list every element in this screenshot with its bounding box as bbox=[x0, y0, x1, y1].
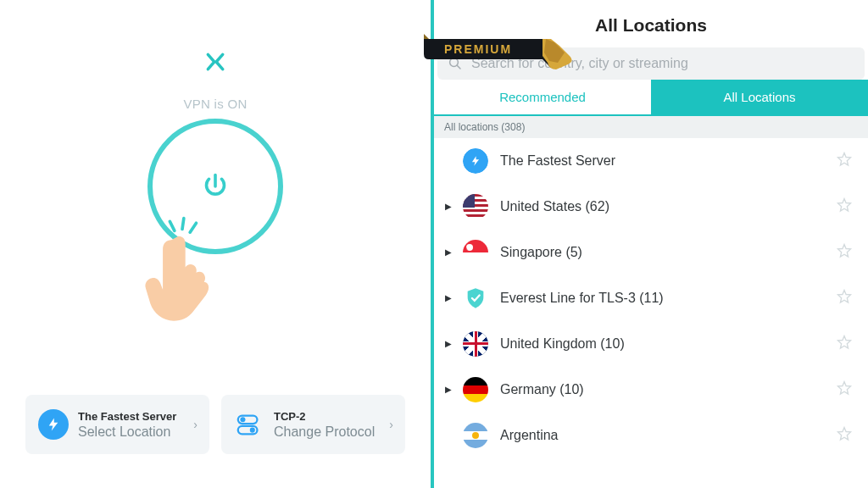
shield-icon bbox=[463, 286, 488, 311]
premium-badge: PREMIUM bbox=[424, 34, 573, 75]
vpn-status-text: VPN is ON bbox=[183, 97, 247, 111]
expand-caret[interactable]: ▶ bbox=[442, 247, 454, 257]
svg-line-0 bbox=[170, 221, 175, 230]
change-protocol-card[interactable]: TCP-2 Change Protocol › bbox=[221, 395, 405, 454]
bolt-icon bbox=[463, 148, 488, 174]
favorite-star-icon[interactable] bbox=[836, 334, 853, 354]
chevron-right-icon: › bbox=[193, 418, 198, 431]
svg-line-1 bbox=[182, 219, 184, 230]
bottom-cards: The Fastest Server Select Location › TCP… bbox=[25, 395, 405, 454]
vpn-main-panel: VPN is ON bbox=[0, 0, 431, 488]
favorite-star-icon[interactable] bbox=[836, 380, 853, 400]
favorite-star-icon[interactable] bbox=[836, 197, 853, 217]
chevron-right-icon: › bbox=[389, 418, 393, 431]
locations-panel: PREMIUM All Locations Recommended All Lo… bbox=[434, 0, 868, 488]
flag-icon-uk bbox=[463, 331, 488, 357]
svg-text:PREMIUM: PREMIUM bbox=[444, 42, 512, 56]
location-row[interactable]: ▶ Everest Line for TLS-3 (11) bbox=[434, 275, 868, 321]
flag-icon-sg bbox=[463, 240, 488, 265]
favorite-star-icon[interactable] bbox=[836, 425, 853, 446]
favorite-star-icon[interactable] bbox=[836, 288, 853, 308]
location-row[interactable]: The Fastest Server bbox=[434, 138, 868, 184]
location-row[interactable]: ▶ Singapore (5) bbox=[434, 230, 868, 275]
flag-icon-de bbox=[463, 377, 488, 402]
location-label: United States (62) bbox=[500, 199, 836, 214]
protocol-card-title: TCP-2 bbox=[274, 410, 381, 423]
select-location-card[interactable]: The Fastest Server Select Location › bbox=[25, 395, 209, 454]
expand-caret[interactable]: ▶ bbox=[442, 385, 454, 394]
expand-caret[interactable]: ▶ bbox=[442, 293, 454, 302]
location-label: Argentina bbox=[500, 428, 836, 443]
svg-point-6 bbox=[250, 428, 255, 433]
bolt-icon bbox=[37, 408, 70, 441]
power-icon bbox=[200, 171, 231, 202]
tab-recommended[interactable]: Recommended bbox=[434, 80, 651, 116]
app-logo bbox=[204, 51, 226, 73]
expand-caret[interactable]: ▶ bbox=[442, 339, 454, 348]
locations-count: All locations (308) bbox=[434, 116, 868, 138]
flag-icon-us bbox=[463, 194, 488, 219]
location-label: The Fastest Server bbox=[500, 153, 836, 169]
locations-list: The Fastest Server ▶ United States (62) … bbox=[434, 138, 868, 488]
location-tabs: Recommended All Locations bbox=[434, 80, 868, 116]
location-label: Singapore (5) bbox=[500, 245, 836, 260]
tab-all-locations[interactable]: All Locations bbox=[651, 80, 868, 116]
server-card-action: Select Location bbox=[78, 424, 185, 440]
location-row[interactable]: Argentina bbox=[434, 413, 868, 458]
location-row[interactable]: ▶ United States (62) bbox=[434, 184, 868, 230]
location-row[interactable]: ▶ Germany (10) bbox=[434, 367, 868, 413]
tap-hand-illustration bbox=[136, 216, 229, 326]
location-row[interactable]: ▶ United Kingdom (10) bbox=[434, 321, 868, 367]
location-label: Germany (10) bbox=[500, 382, 836, 397]
svg-point-4 bbox=[240, 417, 245, 422]
favorite-star-icon[interactable] bbox=[836, 242, 853, 263]
protocol-card-action: Change Protocol bbox=[274, 424, 381, 440]
location-label: Everest Line for TLS-3 (11) bbox=[500, 291, 836, 306]
server-card-title: The Fastest Server bbox=[78, 410, 185, 423]
expand-caret[interactable]: ▶ bbox=[442, 202, 454, 211]
location-label: United Kingdom (10) bbox=[500, 336, 836, 352]
flag-icon-ar bbox=[463, 423, 488, 448]
protocol-icon bbox=[233, 408, 265, 441]
favorite-star-icon[interactable] bbox=[836, 151, 853, 171]
svg-line-2 bbox=[190, 223, 196, 232]
